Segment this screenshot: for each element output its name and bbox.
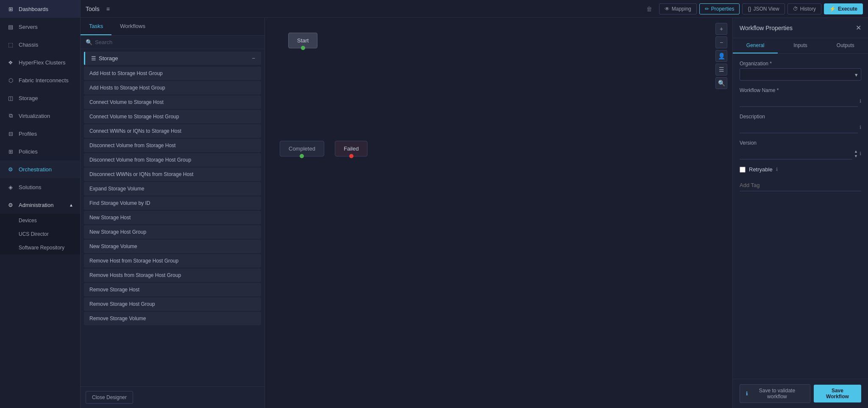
add-tag-input[interactable]: [740, 179, 861, 191]
retryable-row: Retryable ℹ: [740, 166, 861, 173]
mapping-button[interactable]: 👁 Mapping: [659, 3, 697, 14]
sidebar-item-dashboards[interactable]: ⊞ Dashboards: [0, 0, 80, 18]
topbar-title-area: Tools ≡: [86, 3, 113, 14]
sidebar-item-label: Fabric Interconnects: [19, 77, 69, 84]
chassis-icon: ⬚: [7, 41, 14, 48]
group-name: ☰ Storage: [91, 55, 118, 61]
tools-list: ☰ Storage − Add Host to Storage Host Gro…: [81, 49, 264, 386]
tools-tabs: Tasks Workflows: [81, 18, 264, 36]
sidebar-item-hyperflex[interactable]: ❖ HyperFlex Clusters: [0, 53, 80, 71]
zoom-out-button[interactable]: −: [715, 36, 727, 48]
retryable-info-icon: ℹ: [776, 167, 778, 172]
save-validate-button[interactable]: ℹ Save to validate workflow: [740, 384, 810, 403]
canvas-area[interactable]: Start Completed Failed + − 👤 ☰ 🔍: [265, 18, 732, 408]
sidebar-item-policies[interactable]: ⊞ Policies: [0, 143, 80, 160]
workflow-name-label: Workflow Name *: [740, 87, 861, 93]
properties-button[interactable]: ✏ Properties: [699, 3, 740, 14]
props-body: Organization * Workflow Name * ℹ: [733, 54, 868, 379]
sidebar-item-storage[interactable]: ◫ Storage: [0, 89, 80, 107]
json-view-button[interactable]: {} JSON View: [742, 3, 785, 14]
search-canvas-button[interactable]: 🔍: [715, 77, 727, 89]
task-item[interactable]: Remove Storage Host: [84, 283, 261, 296]
history-button[interactable]: ⏱ History: [787, 3, 821, 14]
tab-tasks[interactable]: Tasks: [81, 18, 111, 35]
storage-group-header[interactable]: ☰ Storage −: [84, 52, 261, 65]
sidebar-item-servers[interactable]: ▤ Servers: [0, 18, 80, 36]
task-item[interactable]: Add Hosts to Storage Host Group: [84, 81, 261, 95]
description-label: Description: [740, 114, 861, 120]
sidebar-item-virtualization[interactable]: ⧉ Virtualization: [0, 107, 80, 125]
task-item[interactable]: Connect Volume to Storage Host Group: [84, 110, 261, 123]
collapse-icon: −: [252, 55, 255, 61]
failed-dot: [349, 154, 353, 158]
start-node-label: Start: [297, 37, 309, 44]
sidebar-item-label: Policies: [19, 148, 38, 155]
sidebar-item-orchestration[interactable]: ⚙ Orchestration: [0, 160, 80, 178]
task-item[interactable]: Add Host to Storage Host Group: [84, 67, 261, 80]
zoom-in-button[interactable]: +: [715, 23, 727, 35]
completed-node[interactable]: Completed: [280, 141, 324, 156]
tab-outputs[interactable]: Outputs: [823, 38, 868, 53]
props-close-button[interactable]: ✕: [856, 24, 861, 32]
task-item[interactable]: New Storage Volume: [84, 240, 261, 253]
description-field: Description ℹ: [740, 114, 861, 133]
task-item[interactable]: Connect Volume to Storage Host: [84, 95, 261, 109]
task-item[interactable]: Remove Storage Volume: [84, 312, 261, 325]
organization-select[interactable]: [740, 68, 861, 81]
completed-dot: [300, 154, 304, 158]
search-bar: 🔍: [81, 36, 264, 49]
workflow-name-input[interactable]: [740, 95, 858, 107]
task-item[interactable]: Remove Storage Host Group: [84, 297, 261, 311]
props-footer: ℹ Save to validate workflow Save Workflo…: [733, 379, 868, 408]
grid-button[interactable]: ☰: [715, 64, 727, 75]
sidebar-item-administration[interactable]: ⚙ Administration ▲: [0, 196, 80, 214]
task-item[interactable]: Remove Hosts from Storage Host Group: [84, 268, 261, 282]
delete-button[interactable]: 🗑: [643, 3, 656, 14]
sidebar-item-profiles[interactable]: ⊟ Profiles: [0, 125, 80, 143]
save-workflow-button[interactable]: Save Workflow: [814, 385, 861, 402]
close-designer-button[interactable]: Close Designer: [86, 391, 133, 404]
version-input[interactable]: 1: [740, 148, 852, 159]
retryable-checkbox[interactable]: [740, 167, 746, 173]
virtualization-icon: ⧉: [7, 112, 14, 120]
sidebar-item-chassis[interactable]: ⬚ Chassis: [0, 36, 80, 53]
task-item[interactable]: Find Storage Volume by ID: [84, 196, 261, 210]
sidebar-sub-item-ucs-director[interactable]: UCS Director: [0, 227, 80, 241]
failed-node[interactable]: Failed: [335, 141, 367, 156]
organization-label: Organization *: [740, 61, 861, 67]
list-view-button[interactable]: ≡: [103, 3, 113, 14]
json-icon: {}: [748, 6, 751, 12]
search-input[interactable]: [95, 39, 259, 45]
validate-icon: ℹ: [746, 391, 748, 397]
version-spinner[interactable]: ▲▼: [854, 149, 858, 158]
task-list-container: Add Host to Storage Host GroupAdd Hosts …: [81, 67, 264, 325]
solutions-icon: ◈: [7, 183, 14, 191]
administration-submenu: Devices UCS Director Software Repository: [0, 214, 80, 254]
task-item[interactable]: New Storage Host Group: [84, 225, 261, 239]
profiles-icon: ⊟: [7, 130, 14, 137]
sidebar-sub-item-devices[interactable]: Devices: [0, 214, 80, 227]
sidebar-item-label: Solutions: [19, 184, 41, 190]
start-node[interactable]: Start: [288, 33, 317, 48]
tab-general[interactable]: General: [733, 38, 778, 53]
tab-workflows[interactable]: Workflows: [111, 18, 154, 35]
fit-view-button[interactable]: 👤: [715, 50, 727, 62]
execute-button[interactable]: ⚡ Execute: [824, 3, 863, 14]
task-item[interactable]: Disconnect Volume from Storage Host Grou…: [84, 153, 261, 167]
sidebar-item-fabric[interactable]: ⬡ Fabric Interconnects: [0, 71, 80, 89]
task-item[interactable]: Expand Storage Volume: [84, 182, 261, 196]
task-item[interactable]: Disconnect WWNs or IQNs from Storage Hos…: [84, 168, 261, 181]
tab-inputs[interactable]: Inputs: [778, 38, 823, 53]
task-item[interactable]: Disconnect Volume from Storage Host: [84, 139, 261, 152]
topbar-actions: 👁 Mapping ✏ Properties {} JSON View ⏱ Hi…: [659, 3, 863, 14]
task-item[interactable]: Connect WWNs or IQNs to Storage Host: [84, 124, 261, 138]
task-item[interactable]: Remove Host from Storage Host Group: [84, 254, 261, 268]
sidebar-sub-item-software-repo[interactable]: Software Repository: [0, 241, 80, 254]
version-info-icon: ℹ: [860, 151, 861, 156]
completed-node-label: Completed: [289, 145, 315, 152]
description-input[interactable]: [740, 121, 858, 133]
sidebar-item-solutions[interactable]: ◈ Solutions: [0, 178, 80, 196]
task-item[interactable]: New Storage Host: [84, 211, 261, 224]
retryable-label: Retryable: [749, 166, 773, 173]
sidebar-item-label: Servers: [19, 24, 38, 30]
